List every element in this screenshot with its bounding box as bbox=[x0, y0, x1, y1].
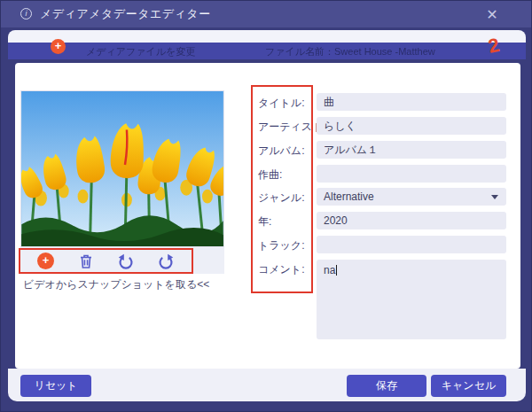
delete-snapshot-button[interactable] bbox=[76, 252, 96, 271]
snapshot-toggle-link[interactable]: ビデオからスナップショットを取る<< bbox=[23, 277, 209, 292]
main-panel: + bbox=[15, 63, 520, 369]
comment-value: na bbox=[324, 264, 335, 276]
text-cursor bbox=[336, 265, 337, 276]
year-label: 年: bbox=[258, 214, 271, 229]
info-icon: i bbox=[20, 8, 32, 19]
album-label: アルバム: bbox=[258, 144, 304, 159]
cover-art-preview bbox=[20, 90, 224, 247]
metadata-editor-dialog: i メディアメタデータエディター ✕ メディアファイルを変更 ファイル名前：Sw… bbox=[0, 0, 532, 412]
comment-label: コメント: bbox=[258, 262, 304, 277]
chevron-down-icon bbox=[491, 195, 498, 199]
comment-textarea[interactable]: na bbox=[317, 260, 506, 339]
composer-label: 作曲: bbox=[258, 167, 282, 183]
genre-select[interactable]: Alternative bbox=[317, 188, 506, 206]
genre-label: ジャンル: bbox=[258, 190, 304, 206]
file-name-label: ファイル名前：Sweet House -Matthew bbox=[265, 45, 435, 58]
dialog-title: メディアメタデータエディター bbox=[40, 1, 211, 27]
track-input[interactable] bbox=[317, 236, 506, 253]
title-input[interactable]: 曲 bbox=[317, 93, 506, 111]
cancel-button[interactable]: キャンセル bbox=[431, 375, 506, 397]
genre-value: Alternative bbox=[324, 190, 374, 203]
rotate-left-button[interactable] bbox=[116, 252, 136, 271]
add-snapshot-button[interactable]: + bbox=[36, 252, 56, 271]
title-label: タイトル: bbox=[258, 96, 304, 111]
file-row-band: メディアファイルを変更 ファイル名前：Sweet House -Matthew bbox=[8, 43, 526, 59]
add-file-icon[interactable]: + bbox=[51, 39, 66, 54]
album-input[interactable]: アルバム１ bbox=[317, 141, 506, 159]
change-media-file-label[interactable]: メディアファイルを変更 bbox=[86, 45, 195, 58]
close-icon[interactable]: ✕ bbox=[483, 6, 501, 24]
footer-bar: リセット 保存 キャンセル bbox=[8, 369, 526, 401]
file-row-top bbox=[8, 30, 526, 43]
tulips-image bbox=[21, 91, 223, 246]
rotate-right-button[interactable] bbox=[156, 252, 176, 271]
rotate-left-icon bbox=[117, 253, 135, 270]
title-bar: i メディアメタデータエディター ✕ bbox=[1, 1, 532, 27]
track-label: トラック: bbox=[258, 238, 304, 253]
year-input[interactable]: 2020 bbox=[317, 212, 506, 229]
reset-button[interactable]: リセット bbox=[20, 375, 91, 397]
artist-input[interactable]: らしく bbox=[317, 117, 506, 135]
composer-input[interactable] bbox=[317, 165, 506, 183]
plus-icon: + bbox=[37, 253, 54, 269]
save-button[interactable]: 保存 bbox=[347, 375, 426, 397]
toolbar-annotation-box: + bbox=[19, 248, 193, 274]
rotate-right-icon bbox=[157, 253, 175, 270]
trash-icon bbox=[77, 253, 95, 270]
